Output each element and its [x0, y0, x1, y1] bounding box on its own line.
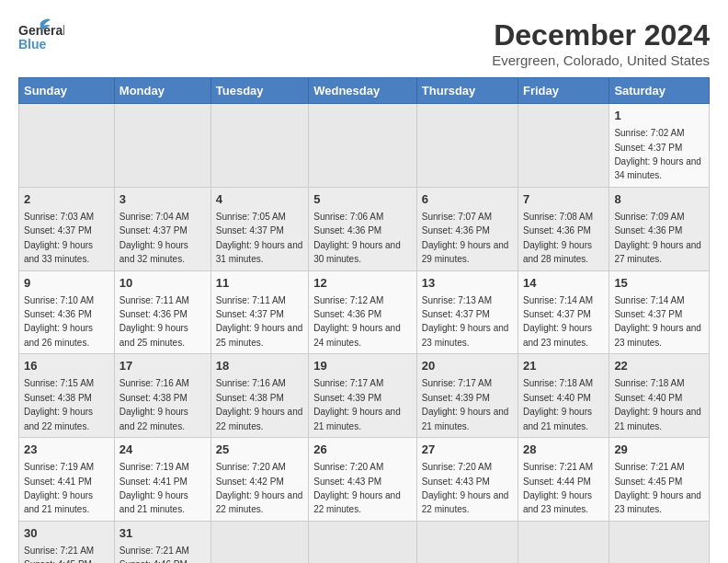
calendar-cell: 8 Sunrise: 7:09 AM Sunset: 4:36 PM Dayli… — [609, 187, 710, 270]
sunset-info: Sunset: 4:43 PM — [313, 477, 381, 487]
sunset-info: Sunset: 4:41 PM — [24, 477, 92, 487]
col-wednesday: Wednesday — [309, 78, 417, 104]
calendar-cell — [309, 104, 417, 188]
sunset-info: Sunset: 4:36 PM — [24, 309, 92, 319]
sunrise-info: Sunrise: 7:17 AM — [313, 378, 383, 388]
day-number: 19 — [313, 358, 412, 374]
col-thursday: Thursday — [416, 78, 518, 104]
day-number: 4 — [216, 191, 303, 208]
sunrise-info: Sunrise: 7:16 AM — [119, 378, 189, 388]
daylight-info: Daylight: 9 hours and 23 minutes. — [523, 323, 592, 347]
sunrise-info: Sunrise: 7:21 AM — [523, 462, 593, 472]
daylight-info: Daylight: 9 hours and 25 minutes. — [119, 323, 188, 347]
sunset-info: Sunset: 4:37 PM — [614, 309, 682, 319]
daylight-info: Daylight: 9 hours and 34 minutes. — [614, 156, 701, 180]
sunset-info: Sunset: 4:36 PM — [422, 225, 490, 236]
daylight-info: Daylight: 9 hours and 23 minutes. — [614, 323, 701, 347]
day-number: 5 — [313, 191, 412, 208]
sunrise-info: Sunrise: 7:17 AM — [422, 378, 492, 388]
sunset-info: Sunset: 4:38 PM — [216, 393, 284, 403]
calendar-cell: 13 Sunrise: 7:13 AM Sunset: 4:37 PM Dayl… — [416, 270, 518, 354]
sunset-info: Sunset: 4:40 PM — [614, 393, 682, 403]
calendar-cell — [518, 104, 609, 188]
day-number: 9 — [24, 275, 109, 292]
sunrise-info: Sunrise: 7:18 AM — [614, 378, 684, 388]
sunrise-info: Sunrise: 7:08 AM — [523, 212, 593, 222]
day-number: 23 — [24, 442, 109, 458]
day-number: 10 — [119, 275, 206, 292]
calendar-cell — [114, 104, 210, 188]
sunrise-info: Sunrise: 7:07 AM — [422, 212, 492, 222]
calendar-cell: 19 Sunrise: 7:17 AM Sunset: 4:39 PM Dayl… — [309, 354, 417, 438]
calendar-cell — [210, 521, 308, 563]
calendar-cell: 12 Sunrise: 7:12 AM Sunset: 4:36 PM Dayl… — [309, 270, 417, 354]
sunrise-info: Sunrise: 7:02 AM — [614, 128, 684, 138]
calendar-cell — [210, 104, 308, 188]
calendar-cell: 7 Sunrise: 7:08 AM Sunset: 4:36 PM Dayli… — [518, 187, 609, 270]
sunrise-info: Sunrise: 7:14 AM — [614, 295, 684, 305]
day-number: 18 — [216, 358, 303, 374]
calendar-cell: 25 Sunrise: 7:20 AM Sunset: 4:42 PM Dayl… — [210, 438, 308, 522]
sunset-info: Sunset: 4:36 PM — [523, 225, 591, 236]
calendar-cell: 31 Sunrise: 7:21 AM Sunset: 4:46 PM Dayl… — [114, 521, 210, 563]
calendar-cell: 28 Sunrise: 7:21 AM Sunset: 4:44 PM Dayl… — [518, 438, 609, 522]
day-number: 28 — [523, 442, 604, 458]
sunset-info: Sunset: 4:37 PM — [216, 225, 284, 236]
daylight-info: Daylight: 9 hours and 21 minutes. — [614, 407, 701, 431]
daylight-info: Daylight: 9 hours and 24 minutes. — [313, 323, 401, 347]
daylight-info: Daylight: 9 hours and 22 minutes. — [119, 407, 188, 431]
svg-text:Blue: Blue — [18, 37, 47, 52]
sunrise-info: Sunrise: 7:21 AM — [119, 546, 189, 556]
calendar-cell: 30 Sunrise: 7:21 AM Sunset: 4:45 PM Dayl… — [19, 521, 115, 563]
calendar-cell: 22 Sunrise: 7:18 AM Sunset: 4:40 PM Dayl… — [609, 354, 710, 438]
calendar-cell: 27 Sunrise: 7:20 AM Sunset: 4:43 PM Dayl… — [416, 438, 518, 522]
sunset-info: Sunset: 4:39 PM — [313, 393, 381, 403]
daylight-info: Daylight: 9 hours and 22 minutes. — [422, 490, 509, 514]
sunrise-info: Sunrise: 7:21 AM — [24, 546, 94, 556]
col-friday: Friday — [518, 78, 609, 104]
calendar-cell: 18 Sunrise: 7:16 AM Sunset: 4:38 PM Dayl… — [210, 354, 308, 438]
sunrise-info: Sunrise: 7:09 AM — [614, 212, 684, 222]
calendar-cell — [19, 104, 115, 188]
calendar-week-row: 23 Sunrise: 7:19 AM Sunset: 4:41 PM Dayl… — [19, 438, 710, 522]
day-number: 22 — [614, 358, 704, 374]
day-number: 12 — [313, 275, 412, 292]
daylight-info: Daylight: 9 hours and 26 minutes. — [24, 323, 93, 347]
calendar-cell: 1 Sunrise: 7:02 AM Sunset: 4:37 PM Dayli… — [609, 104, 710, 188]
day-number: 17 — [119, 358, 206, 374]
title-block: December 2024 Evergreen, Colorado, Unite… — [492, 18, 710, 68]
daylight-info: Daylight: 9 hours and 21 minutes. — [422, 407, 509, 431]
sunset-info: Sunset: 4:36 PM — [313, 225, 381, 236]
subtitle: Evergreen, Colorado, United States — [492, 52, 710, 68]
calendar-week-row: 2 Sunrise: 7:03 AM Sunset: 4:37 PM Dayli… — [19, 187, 710, 270]
calendar-cell: 2 Sunrise: 7:03 AM Sunset: 4:37 PM Dayli… — [19, 187, 115, 270]
day-number: 26 — [313, 442, 412, 458]
daylight-info: Daylight: 9 hours and 32 minutes. — [119, 240, 188, 264]
sunrise-info: Sunrise: 7:04 AM — [119, 212, 189, 222]
sunset-info: Sunset: 4:38 PM — [24, 393, 92, 403]
sunset-info: Sunset: 4:39 PM — [422, 393, 490, 403]
calendar-week-row: 9 Sunrise: 7:10 AM Sunset: 4:36 PM Dayli… — [19, 270, 710, 354]
calendar-week-row: 1 Sunrise: 7:02 AM Sunset: 4:37 PM Dayli… — [19, 104, 710, 188]
daylight-info: Daylight: 9 hours and 21 minutes. — [24, 490, 93, 514]
col-tuesday: Tuesday — [210, 78, 308, 104]
calendar-cell: 9 Sunrise: 7:10 AM Sunset: 4:36 PM Dayli… — [19, 270, 115, 354]
day-number: 16 — [24, 358, 109, 374]
day-number: 2 — [24, 191, 109, 208]
sunrise-info: Sunrise: 7:03 AM — [24, 212, 94, 222]
sunset-info: Sunset: 4:41 PM — [119, 477, 188, 487]
day-number: 3 — [119, 191, 206, 208]
calendar-cell: 5 Sunrise: 7:06 AM Sunset: 4:36 PM Dayli… — [309, 187, 417, 270]
calendar-cell — [518, 521, 609, 563]
sunset-info: Sunset: 4:40 PM — [523, 393, 591, 403]
sunset-info: Sunset: 4:37 PM — [523, 309, 591, 319]
sunrise-info: Sunrise: 7:18 AM — [523, 378, 593, 388]
calendar-cell: 14 Sunrise: 7:14 AM Sunset: 4:37 PM Dayl… — [518, 270, 609, 354]
sunrise-info: Sunrise: 7:10 AM — [24, 295, 94, 305]
daylight-info: Daylight: 9 hours and 31 minutes. — [216, 240, 303, 264]
calendar-cell: 3 Sunrise: 7:04 AM Sunset: 4:37 PM Dayli… — [114, 187, 210, 270]
day-number: 15 — [614, 275, 704, 292]
calendar-cell: 26 Sunrise: 7:20 AM Sunset: 4:43 PM Dayl… — [309, 438, 417, 522]
sunset-info: Sunset: 4:36 PM — [313, 309, 381, 319]
calendar-cell: 17 Sunrise: 7:16 AM Sunset: 4:38 PM Dayl… — [114, 354, 210, 438]
